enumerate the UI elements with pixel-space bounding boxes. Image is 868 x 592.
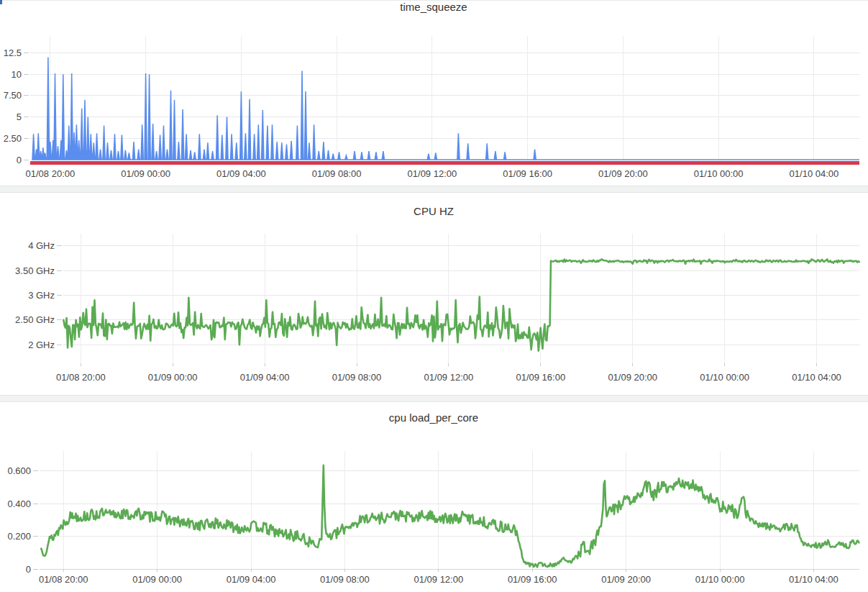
x-axis-tick-label: 01/09 12:00: [424, 372, 474, 383]
y-axis-tick-label: 0.600: [7, 465, 31, 476]
chart-title: cpu load_per_core: [389, 411, 478, 424]
x-axis-tick-label: 01/09 16:00: [516, 372, 565, 383]
x-axis-tick-label: 01/10 04:00: [792, 372, 841, 383]
chart-title: CPU HZ: [414, 205, 454, 217]
panel-resize-handle[interactable]: [0, 186, 868, 193]
x-axis-tick-label: 01/09 20:00: [598, 168, 648, 179]
y-axis-tick-label: 2.50 GHz: [15, 314, 55, 325]
x-axis-tick-label: 01/09 08:00: [332, 372, 382, 383]
x-axis-tick-label: 01/10 04:00: [789, 574, 839, 585]
y-axis-tick-label: 2.50: [4, 133, 22, 144]
y-axis-tick-label: 5: [17, 111, 22, 122]
x-axis-tick-label: 01/09 04:00: [227, 574, 276, 585]
x-axis-tick-label: 01/10 00:00: [694, 168, 744, 179]
y-axis-tick-label: 2 GHz: [28, 340, 55, 350]
x-axis-tick-label: 01/09 12:00: [414, 574, 463, 585]
y-axis-tick-label: 12.5: [4, 47, 22, 58]
x-axis-tick-label: 01/09 20:00: [608, 372, 657, 383]
dashboard: 12.5107.5052.50001/08 20:0001/09 00:0001…: [0, 0, 868, 592]
y-axis-tick-label: 7.50: [4, 90, 22, 101]
cpu-load-per-core-series: [41, 465, 859, 567]
x-axis-tick-label: 01/08 20:00: [56, 372, 106, 383]
x-axis-tick-label: 01/09 00:00: [132, 574, 182, 585]
y-axis-tick-label: 0: [17, 155, 22, 165]
chart-series: [41, 465, 859, 567]
cpu-hz-chart[interactable]: 4 GHz3.50 GHz3 GHz2.50 GHz2 GHz01/08 20:…: [0, 193, 868, 395]
y-axis-tick-label: 4 GHz: [28, 240, 55, 251]
chart-series: [30, 57, 859, 163]
x-axis-tick-label: 01/09 04:00: [216, 168, 266, 179]
x-axis-tick-label: 01/10 00:00: [695, 574, 745, 585]
cpu-load-per-core-chart[interactable]: 0.6000.4000.200001/08 20:0001/09 00:0001…: [0, 402, 868, 592]
x-axis-tick-label: 01/09 00:00: [148, 372, 198, 383]
time-squeeze-chart[interactable]: 12.5107.5052.50001/08 20:0001/09 00:0001…: [0, 0, 868, 186]
x-axis-tick-label: 01/09 16:00: [508, 574, 557, 585]
chart-grid: [57, 234, 859, 366]
x-axis-tick-label: 01/09 00:00: [121, 168, 170, 179]
x-axis-tick-label: 01/08 20:00: [26, 168, 76, 179]
x-axis-tick-label: 01/10 00:00: [700, 372, 749, 383]
x-axis-tick-label: 01/09 04:00: [240, 372, 290, 383]
y-axis-tick-label: 0: [26, 564, 31, 575]
x-axis-tick-label: 01/09 16:00: [503, 168, 552, 179]
x-axis-tick-label: 01/08 20:00: [39, 574, 88, 585]
time-squeeze-series: [32, 57, 859, 160]
panel-resize-handle[interactable]: [0, 395, 868, 402]
x-axis-tick-label: 01/10 04:00: [790, 168, 839, 179]
y-axis-tick-label: 3.50 GHz: [15, 265, 55, 276]
y-axis-tick-label: 0.400: [7, 498, 31, 509]
x-axis-tick-label: 01/09 20:00: [601, 574, 651, 585]
cpu-hz-series: [63, 259, 859, 350]
y-axis-tick-label: 0.200: [7, 531, 31, 542]
chart-title: time_squeeze: [400, 1, 467, 13]
y-axis-tick-label: 10: [12, 69, 22, 80]
x-axis-tick-label: 01/09 12:00: [408, 168, 457, 179]
x-axis-tick-label: 01/09 08:00: [312, 168, 362, 179]
y-axis-tick-label: 3 GHz: [28, 290, 55, 301]
chart-axis-labels: 0.6000.4000.200001/08 20:0001/09 00:0001…: [7, 465, 838, 585]
x-axis-tick-label: 01/09 08:00: [320, 574, 370, 585]
chart-series: [63, 259, 859, 350]
